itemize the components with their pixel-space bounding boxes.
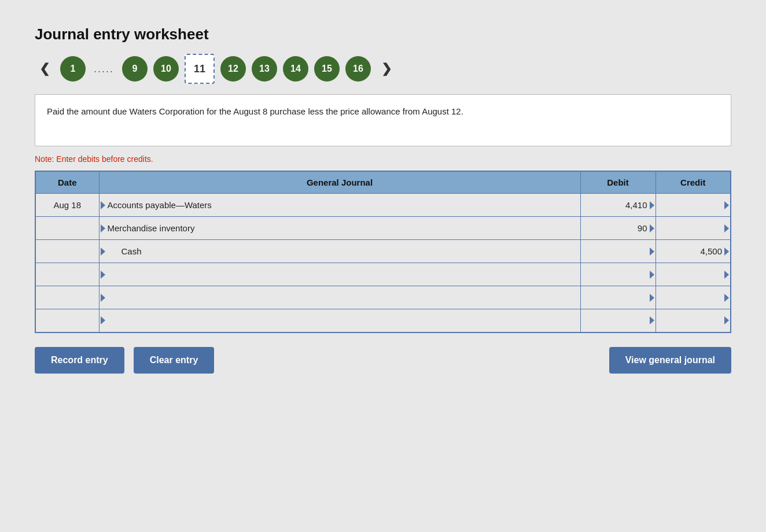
row1-credit[interactable] (655, 217, 731, 240)
prev-arrow[interactable]: ❮ (35, 59, 54, 79)
row5-debit-triangle (650, 316, 654, 324)
row1-debit[interactable]: 90 (580, 217, 655, 240)
row2-entry[interactable]: Cash (99, 240, 580, 263)
next-arrow[interactable]: ❯ (377, 59, 396, 79)
row4-date (35, 286, 99, 309)
table-row: Merchandise inventory 90 (35, 217, 731, 240)
table-header-row: Date General Journal Debit Credit (35, 171, 731, 194)
nav-item-15[interactable]: 15 (314, 56, 340, 82)
main-container: Journal entry worksheet ❮ 1 ..... 9 10 1… (19, 12, 747, 387)
nav-item-12[interactable]: 12 (220, 56, 246, 82)
row3-debit[interactable] (580, 263, 655, 286)
row2-credit[interactable]: 4,500 (655, 240, 731, 263)
row3-debit-triangle (650, 271, 654, 279)
table-row (35, 286, 731, 309)
nav-item-13[interactable]: 13 (252, 56, 277, 82)
row4-debit[interactable] (580, 286, 655, 309)
nav-item-16[interactable]: 16 (345, 56, 371, 82)
header-journal: General Journal (99, 171, 580, 194)
table-row: Aug 18 Accounts payable—Waters 4,410 (35, 194, 731, 217)
row3-credit[interactable] (655, 263, 731, 286)
row2-debit-triangle (650, 247, 654, 256)
header-debit: Debit (580, 171, 655, 194)
row2-credit-triangle (724, 247, 729, 256)
header-date: Date (35, 171, 99, 194)
row5-debit[interactable] (580, 309, 655, 332)
row5-entry[interactable] (99, 309, 580, 332)
description-box: Paid the amount due Waters Corporation f… (35, 94, 731, 146)
row2-debit[interactable] (580, 240, 655, 263)
row1-credit-triangle (724, 224, 729, 232)
row0-debit-triangle (650, 201, 654, 209)
row1-triangle (101, 224, 105, 232)
table-row: Cash 4,500 (35, 240, 731, 263)
nav-dots: ..... (91, 63, 116, 75)
row2-date (35, 240, 99, 263)
row0-credit-triangle (724, 201, 729, 209)
row5-date (35, 309, 99, 332)
row4-debit-triangle (650, 294, 654, 302)
page-title: Journal entry worksheet (35, 25, 731, 43)
row3-date (35, 263, 99, 286)
table-row (35, 309, 731, 332)
row0-debit[interactable]: 4,410 (580, 194, 655, 217)
view-general-journal-button[interactable]: View general journal (609, 347, 731, 374)
row3-credit-triangle (724, 271, 729, 279)
row4-triangle (101, 294, 105, 302)
row5-credit[interactable] (655, 309, 731, 332)
row0-credit[interactable] (655, 194, 731, 217)
row0-date: Aug 18 (35, 194, 99, 217)
row4-credit[interactable] (655, 286, 731, 309)
nav-item-11-active[interactable]: 11 (185, 54, 215, 84)
description-text: Paid the amount due Waters Corporation f… (47, 106, 463, 116)
row5-credit-triangle (724, 316, 729, 324)
button-row: Record entry Clear entry View general jo… (35, 347, 731, 374)
journal-table: Date General Journal Debit Credit Aug 18… (35, 171, 731, 333)
row3-triangle (101, 271, 105, 279)
row0-entry[interactable]: Accounts payable—Waters (99, 194, 580, 217)
row4-entry[interactable] (99, 286, 580, 309)
row4-credit-triangle (724, 294, 729, 302)
nav-item-9[interactable]: 9 (122, 56, 148, 82)
row5-triangle (101, 316, 105, 324)
row1-entry[interactable]: Merchandise inventory (99, 217, 580, 240)
navigation-row: ❮ 1 ..... 9 10 11 12 13 14 15 16 ❯ (35, 54, 731, 84)
row3-entry[interactable] (99, 263, 580, 286)
note-text: Note: Enter debits before credits. (35, 154, 731, 164)
row0-triangle (101, 201, 105, 209)
row1-debit-triangle (650, 224, 654, 232)
row1-date (35, 217, 99, 240)
row2-triangle (101, 247, 105, 256)
nav-item-1[interactable]: 1 (60, 56, 86, 82)
table-row (35, 263, 731, 286)
nav-item-10[interactable]: 10 (153, 56, 179, 82)
nav-item-14[interactable]: 14 (283, 56, 308, 82)
clear-entry-button[interactable]: Clear entry (134, 347, 215, 374)
header-credit: Credit (655, 171, 731, 194)
record-entry-button[interactable]: Record entry (35, 347, 124, 374)
